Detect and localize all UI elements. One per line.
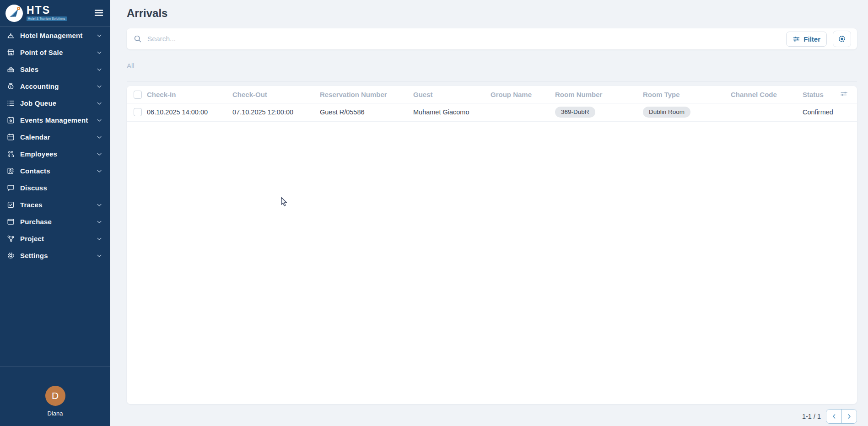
column-header-channel-code[interactable]: Channel Code [731, 86, 803, 103]
app-logo: HTS Hotel & Tourism Solutions [5, 5, 67, 22]
header-settings-cell [839, 86, 857, 103]
chat-bubble-icon [6, 183, 15, 192]
main-content: Arrivals Filter All Check-InCheck-OutRes… [110, 0, 868, 426]
sidebar-item-events-management[interactable]: Events Management [0, 112, 110, 129]
chevron-right-icon[interactable] [841, 410, 857, 423]
sidebar-item-label: Settings [20, 252, 96, 259]
filter-tabs: All [127, 62, 857, 70]
tab-all[interactable]: All [127, 62, 135, 70]
sidebar-item-label: Employees [20, 150, 96, 158]
cell-channel-code [731, 103, 803, 121]
chevron-down-icon [96, 201, 103, 209]
cell-check-out: 07.10.2025 12:00:00 [232, 103, 320, 121]
logo-subtitle: Hotel & Tourism Solutions [27, 16, 67, 21]
column-header-status[interactable]: Status [803, 86, 839, 103]
sidebar-logo-row: HTS Hotel & Tourism Solutions [0, 0, 110, 27]
sidebar-item-employees[interactable]: Employees [0, 146, 110, 162]
share-nodes-icon [6, 234, 15, 243]
chevron-down-icon [96, 235, 103, 243]
checkbox-icon [6, 200, 15, 209]
tabs-divider [127, 81, 857, 81]
filter-button[interactable]: Filter [786, 32, 827, 47]
sidebar-item-sales[interactable]: Sales [0, 61, 110, 78]
column-header-guest[interactable]: Guest [413, 86, 491, 103]
chevron-down-icon [96, 49, 103, 56]
column-header-check-out[interactable]: Check-Out [232, 86, 320, 103]
table-header-row: Check-InCheck-OutReservation NumberGuest… [127, 86, 857, 103]
table-body: 06.10.2025 14:00:0007.10.2025 12:00:00Gu… [127, 103, 857, 121]
chevron-left-icon[interactable] [826, 410, 841, 423]
pagination: 1-1 / 1 [127, 409, 857, 424]
sidebar-item-label: Accounting [20, 82, 96, 90]
column-settings-icon[interactable] [839, 89, 848, 98]
header-select-all [127, 86, 147, 103]
search-icon [133, 34, 142, 43]
column-header-room-type[interactable]: Room Type [643, 86, 731, 103]
sidebar-item-label: Traces [20, 201, 96, 209]
sidebar-item-label: Purchase [20, 218, 96, 226]
sidebar-item-label: Point of Sale [20, 49, 96, 56]
sidebar-item-label: Hotel Management [20, 32, 96, 39]
contact-card-icon [6, 167, 15, 175]
arrivals-table: Check-InCheck-OutReservation NumberGuest… [127, 86, 857, 122]
gear-icon[interactable] [833, 31, 851, 47]
column-header-group-name[interactable]: Group Name [491, 86, 555, 103]
sidebar-item-label: Sales [20, 65, 96, 73]
people-icon [6, 150, 15, 158]
sidebar-item-job-queue[interactable]: Job Queue [0, 95, 110, 112]
cell-guest: Muhamet Giacomo [413, 103, 491, 121]
sidebar-item-label: Project [20, 235, 96, 243]
calendar-icon [6, 133, 15, 141]
cell-reservation-number: Guest R/05586 [320, 103, 413, 121]
sidebar-item-purchase[interactable]: Purchase [0, 213, 110, 230]
room-number-badge: 369-DubR [555, 107, 595, 118]
sidebar-item-accounting[interactable]: Accounting [0, 78, 110, 95]
chevron-down-icon [96, 218, 103, 226]
window-icon [6, 217, 15, 226]
row-select-cell [127, 103, 147, 121]
avatar[interactable]: D [45, 386, 65, 406]
sidebar-item-label: Contacts [20, 167, 96, 175]
chevron-down-icon [96, 117, 103, 124]
sidebar-item-label: Job Queue [20, 99, 96, 107]
calendar-star-icon [6, 116, 15, 124]
sidebar-item-point-of-sale[interactable]: Point of Sale [0, 44, 110, 61]
cell-actions [839, 103, 857, 121]
column-header-room-number[interactable]: Room Number [555, 86, 643, 103]
select-all-checkbox[interactable] [134, 91, 142, 99]
sidebar-item-settings[interactable]: Settings [0, 247, 110, 264]
filter-sliders-icon [793, 35, 800, 43]
cell-room-type: Dublin Room [643, 103, 731, 121]
arrivals-table-card: Check-InCheck-OutReservation NumberGuest… [127, 86, 857, 404]
sidebar-item-contacts[interactable]: Contacts [0, 162, 110, 179]
chevron-down-icon [96, 151, 103, 158]
cell-check-in: 06.10.2025 14:00:00 [147, 103, 232, 121]
sidebar-item-traces[interactable]: Traces [0, 196, 110, 213]
sidebar-item-hotel-management[interactable]: Hotel Management [0, 27, 110, 44]
chevron-down-icon [96, 100, 103, 107]
sidebar-item-discuss[interactable]: Discuss [0, 179, 110, 196]
column-header-check-in[interactable]: Check-In [147, 86, 232, 103]
sidebar: HTS Hotel & Tourism Solutions Hotel Mana… [0, 0, 110, 426]
search-input[interactable] [147, 35, 786, 43]
cell-room-number: 369-DubR [555, 103, 643, 121]
sidebar-user-section: D Diana [0, 366, 110, 426]
chevron-down-icon [96, 252, 103, 259]
list-icon [6, 99, 15, 108]
logo-title: HTS [27, 5, 67, 16]
chevron-down-icon [96, 167, 103, 175]
filter-button-label: Filter [803, 35, 820, 43]
page-title: Arrivals [127, 7, 857, 20]
sidebar-nav: Hotel ManagementPoint of SaleSalesAccoun… [0, 27, 110, 264]
chevron-down-icon [96, 83, 103, 90]
row-checkbox[interactable] [134, 108, 142, 116]
gear-icon [6, 251, 15, 260]
room-type-badge: Dublin Room [643, 107, 690, 118]
table-row[interactable]: 06.10.2025 14:00:0007.10.2025 12:00:00Gu… [127, 103, 857, 121]
sidebar-item-calendar[interactable]: Calendar [0, 129, 110, 146]
sidebar-item-project[interactable]: Project [0, 230, 110, 247]
cash-register-icon [6, 65, 15, 74]
column-header-reservation-number[interactable]: Reservation Number [320, 86, 413, 103]
sidebar-item-label: Discuss [20, 184, 103, 192]
menu-icon[interactable] [93, 7, 105, 19]
